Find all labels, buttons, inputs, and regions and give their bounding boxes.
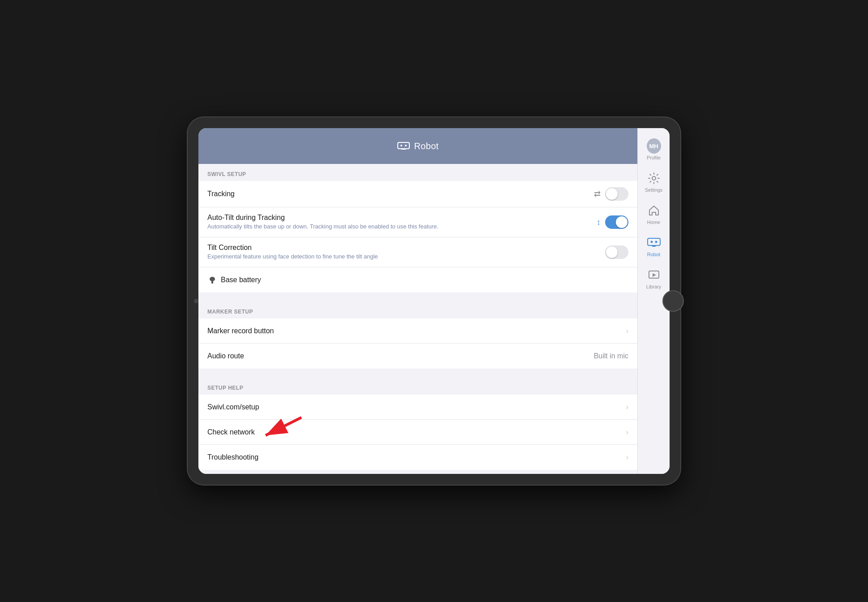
- section-body-marker: Marker record button › Audio route: [198, 318, 637, 369]
- base-battery-title: Base battery: [221, 276, 261, 284]
- troubleshooting-right: ›: [626, 453, 628, 461]
- troubleshooting-chevron-icon: ›: [626, 453, 628, 461]
- avatar: MH: [647, 138, 661, 154]
- library-icon: [647, 268, 661, 282]
- profile-icon: MH: [647, 139, 661, 153]
- auto-tilt-subtitle: Automatically tilts the base up or down.…: [207, 223, 597, 231]
- tilt-correction-row[interactable]: Tilt Correction Experimental feature usi…: [198, 237, 637, 267]
- auto-tilt-updown-icon: ↕: [597, 218, 601, 227]
- section-header-help: SETUP HELP: [198, 378, 637, 395]
- header-bar: Robot: [198, 128, 637, 164]
- tilt-correction-toggle-knob: [606, 246, 618, 258]
- troubleshooting-row[interactable]: Troubleshooting ›: [198, 445, 637, 470]
- robot-nav-icon: [647, 236, 661, 250]
- check-network-right: ›: [626, 428, 628, 436]
- tracking-toggle[interactable]: [605, 187, 628, 201]
- svg-rect-1: [401, 149, 406, 150]
- gap-3: [198, 470, 637, 474]
- section-body-help: Swivl.com/setup › Check network: [198, 395, 637, 470]
- marker-record-right: ›: [626, 327, 628, 335]
- svg-point-12: [655, 241, 657, 243]
- swivl-setup-link-right: ›: [626, 403, 628, 411]
- audio-route-value: Built in mic: [594, 352, 628, 360]
- sidebar-item-home[interactable]: Home: [640, 200, 668, 228]
- section-body-swivl: Tracking ⇄ Auto: [198, 181, 637, 292]
- tilt-correction-content: Tilt Correction Experimental feature usi…: [207, 244, 605, 261]
- audio-route-row[interactable]: Audio route Built in mic: [198, 344, 637, 369]
- section-setup-help: SETUP HELP Swivl.com/setup ›: [198, 378, 637, 470]
- tilt-correction-title: Tilt Correction: [207, 244, 605, 252]
- svg-point-3: [405, 145, 407, 146]
- header-title-container: Robot: [397, 141, 439, 151]
- swivl-setup-link-content: Swivl.com/setup: [207, 403, 626, 411]
- home-label: Home: [647, 219, 660, 225]
- tracking-right: ⇄: [594, 187, 628, 201]
- svg-point-11: [650, 241, 653, 243]
- marker-record-title: Marker record button: [207, 327, 626, 335]
- base-battery-row[interactable]: Base battery: [198, 267, 637, 292]
- svg-point-4: [210, 277, 215, 281]
- ipad-frame: Robot SWIVL SETUP Tracking: [188, 117, 680, 485]
- svg-point-8: [652, 176, 656, 180]
- library-label: Library: [646, 284, 662, 289]
- section-marker-setup: MARKER SETUP Marker record button ›: [198, 301, 637, 369]
- tilt-correction-toggle[interactable]: [605, 245, 628, 259]
- settings-scroll[interactable]: SWIVL SETUP Tracking ⇄: [198, 164, 637, 474]
- tracking-row[interactable]: Tracking ⇄: [198, 181, 637, 207]
- sidebar-item-library[interactable]: Library: [640, 264, 668, 293]
- gap-2: [198, 369, 637, 378]
- auto-tilt-toggle-knob: [616, 216, 627, 228]
- swivl-setup-link-title: Swivl.com/setup: [207, 403, 626, 411]
- troubleshooting-content: Troubleshooting: [207, 453, 626, 461]
- check-network-row[interactable]: Check network ›: [198, 420, 637, 445]
- svg-rect-10: [652, 245, 656, 247]
- sidebar-item-settings[interactable]: Settings: [640, 168, 668, 196]
- home-icon: [647, 203, 661, 218]
- side-camera: [194, 299, 198, 303]
- swivl-setup-link-row[interactable]: Swivl.com/setup ›: [198, 395, 637, 420]
- auto-tilt-toggle[interactable]: [605, 215, 628, 229]
- tracking-arrows-icon: ⇄: [594, 189, 601, 199]
- marker-record-row[interactable]: Marker record button ›: [198, 318, 637, 344]
- home-button[interactable]: [662, 290, 684, 312]
- profile-label: Profile: [647, 155, 661, 160]
- tracking-content: Tracking: [207, 190, 594, 198]
- battery-swivl-icon: [207, 275, 217, 285]
- troubleshooting-title: Troubleshooting: [207, 453, 626, 461]
- svg-rect-5: [211, 281, 213, 284]
- gear-icon: [647, 171, 661, 185]
- tilt-correction-right: [605, 245, 628, 259]
- svg-rect-9: [648, 238, 660, 245]
- auto-tilt-title: Auto-Tilt during Tracking: [207, 214, 597, 222]
- auto-tilt-right: ↕: [597, 215, 628, 229]
- audio-route-title: Audio route: [207, 352, 594, 360]
- section-header-swivl: SWIVL SETUP: [198, 164, 637, 181]
- main-content: Robot SWIVL SETUP Tracking: [198, 128, 637, 474]
- swivl-setup-chevron-icon: ›: [626, 403, 628, 411]
- auto-tilt-content: Auto-Tilt during Tracking Automatically …: [207, 214, 597, 231]
- marker-record-chevron-icon: ›: [626, 327, 628, 335]
- check-network-chevron-icon: ›: [626, 428, 628, 436]
- check-network-content: Check network: [207, 428, 626, 436]
- header-title: Robot: [414, 141, 439, 151]
- marker-record-content: Marker record button: [207, 327, 626, 335]
- robot-label: Robot: [647, 252, 660, 257]
- sidebar-item-robot[interactable]: Robot: [640, 232, 668, 261]
- base-battery-content: Base battery: [207, 275, 628, 285]
- svg-rect-0: [398, 142, 409, 149]
- sidebar-item-profile[interactable]: MH Profile: [640, 135, 668, 164]
- auto-tilt-row[interactable]: Auto-Tilt during Tracking Automatically …: [198, 207, 637, 237]
- audio-route-right: Built in mic: [594, 352, 628, 360]
- audio-route-content: Audio route: [207, 352, 594, 360]
- tracking-title: Tracking: [207, 190, 594, 198]
- svg-marker-14: [653, 273, 656, 277]
- ipad-screen: Robot SWIVL SETUP Tracking: [198, 128, 670, 474]
- robot-header-icon: [397, 142, 410, 150]
- section-header-marker: MARKER SETUP: [198, 301, 637, 318]
- svg-point-2: [400, 145, 402, 146]
- check-network-title: Check network: [207, 428, 626, 436]
- section-swivl-setup: SWIVL SETUP Tracking ⇄: [198, 164, 637, 292]
- tracking-toggle-knob: [606, 188, 618, 200]
- settings-label: Settings: [645, 187, 663, 193]
- tilt-correction-subtitle: Experimental feature using face detectio…: [207, 253, 605, 261]
